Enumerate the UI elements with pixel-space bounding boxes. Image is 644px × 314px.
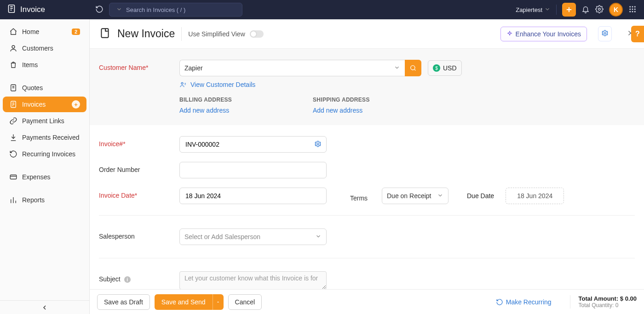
customer-value: Zapier: [184, 64, 203, 72]
view-customer-details-link[interactable]: View Customer Details: [179, 81, 462, 88]
svg-point-3: [629, 6, 631, 7]
invoice-date-input-wrap: [179, 188, 327, 204]
help-tab[interactable]: ?: [631, 26, 644, 42]
make-recurring-label: Make Recurring: [506, 298, 552, 306]
save-as-draft-button[interactable]: Save as Draft: [97, 294, 150, 310]
page-icon: [99, 27, 111, 40]
enhance-label: Enhance Your Invoices: [516, 30, 581, 38]
chevron-down-icon: [437, 192, 443, 200]
due-date-display[interactable]: 18 Jun 2024: [506, 188, 564, 204]
info-icon[interactable]: i: [124, 276, 131, 283]
footer-totals: Total Amount: $ 0.00 Total Quantity: 0: [570, 295, 637, 308]
sidebar-badge: 2: [72, 29, 80, 35]
svg-point-20: [317, 143, 319, 145]
add-billing-address-link[interactable]: Add new address: [179, 107, 229, 114]
chevron-down-icon: [394, 64, 400, 72]
svg-point-8: [634, 8, 636, 10]
help-label: ?: [635, 30, 640, 38]
gear-icon[interactable]: [314, 140, 322, 149]
save-and-send-button[interactable]: Save and Send: [155, 294, 213, 310]
app-brand: Invoice: [6, 4, 90, 16]
terms-value: Due on Receipt: [387, 192, 431, 200]
toggle-switch[interactable]: [250, 30, 264, 38]
app-brand-text: Invoice: [20, 5, 45, 14]
sidebar-item-recurring-invoices[interactable]: Recurring Invoices: [3, 146, 86, 162]
top-nav: Invoice Zapiertest K: [0, 0, 644, 19]
total-amount-label: Total Amount:: [579, 295, 620, 302]
invoice-number-label: Invoice#*: [99, 136, 179, 148]
invoice-date-input[interactable]: [184, 192, 322, 200]
global-search[interactable]: [109, 3, 242, 17]
sidebar-item-label: Home: [22, 28, 67, 35]
sidebar-item-label: Reports: [22, 196, 80, 204]
customer-select[interactable]: Zapier: [179, 60, 405, 76]
sidebar-item-payment-links[interactable]: Payment Links: [3, 113, 86, 129]
svg-point-4: [632, 6, 633, 7]
svg-point-6: [629, 8, 631, 10]
svg-rect-0: [9, 5, 15, 12]
refresh-icon[interactable]: [95, 5, 104, 15]
billing-address-block: BILLING ADDRESS Add new address: [179, 97, 281, 114]
svg-point-11: [634, 11, 636, 12]
chevron-down-icon: [544, 6, 551, 14]
salesperson-select[interactable]: Select or Add Salesperson: [179, 228, 327, 245]
salesperson-label: Salesperson: [99, 228, 179, 240]
form-area: Customer Name* Zapier: [90, 49, 644, 289]
svg-point-10: [632, 11, 633, 12]
add-shipping-address-link[interactable]: Add new address: [313, 107, 362, 114]
save-and-send-split: Save and Send: [155, 294, 224, 310]
sidebar-item-customers[interactable]: Customers: [3, 40, 86, 56]
customer-search-button[interactable]: [405, 60, 421, 76]
nav-separator: [556, 5, 557, 15]
svg-point-12: [12, 46, 15, 48]
svg-point-19: [181, 82, 183, 84]
settings-icon[interactable]: [595, 5, 604, 15]
sidebar-collapse[interactable]: [0, 300, 89, 314]
simplified-view-toggle[interactable]: Use Simplified View: [188, 30, 263, 38]
customer-section: Customer Name* Zapier: [90, 49, 644, 125]
plus-icon[interactable]: +: [72, 100, 80, 108]
chevron-down-icon[interactable]: [116, 6, 122, 14]
sidebar-item-expenses[interactable]: Expenses: [3, 169, 86, 185]
subject-label-text: Subject: [99, 275, 121, 283]
sidebar-item-label: Items: [22, 61, 80, 69]
subject-input[interactable]: [179, 271, 327, 289]
save-and-send-menu-caret[interactable]: [213, 294, 224, 310]
app-grid-icon[interactable]: [628, 5, 637, 15]
save-send-label: Save and Send: [161, 298, 206, 306]
invoice-number-input[interactable]: [184, 140, 311, 148]
shipping-heading: SHIPPING ADDRESS: [313, 97, 414, 103]
invoice-app-icon: [6, 4, 17, 16]
simplified-label: Use Simplified View: [188, 30, 245, 38]
page-title: New Invoice: [117, 28, 175, 40]
org-switcher[interactable]: Zapiertest: [516, 6, 551, 14]
sidebar-item-items[interactable]: Items: [3, 57, 86, 73]
invoice-meta-section: Invoice#* Order Number: [90, 125, 644, 215]
currency-code: USD: [443, 64, 457, 72]
make-recurring-link[interactable]: Make Recurring: [496, 298, 552, 306]
sidebar-item-home[interactable]: Home 2: [3, 24, 86, 40]
svg-point-5: [634, 6, 636, 7]
svg-point-2: [598, 8, 601, 10]
cancel-button[interactable]: Cancel: [228, 294, 262, 310]
sidebar-item-invoices[interactable]: Invoices +: [3, 97, 86, 112]
terms-select[interactable]: Due on Receipt: [382, 188, 448, 204]
salesperson-placeholder: Select or Add Salesperson: [184, 233, 260, 240]
user-avatar[interactable]: K: [609, 3, 623, 17]
chevron-down-icon: [315, 233, 322, 241]
gear-icon[interactable]: [598, 26, 612, 41]
quick-create-button[interactable]: [562, 3, 576, 17]
sidebar-item-label: Payments Received: [22, 134, 80, 141]
sidebar-item-payments-received[interactable]: Payments Received: [3, 130, 86, 145]
sidebar-item-label: Payment Links: [22, 117, 80, 125]
enhance-invoices-button[interactable]: Enhance Your Invoices: [500, 27, 587, 41]
shipping-address-block: SHIPPING ADDRESS Add new address: [313, 97, 414, 114]
global-search-input[interactable]: [125, 6, 238, 14]
org-name: Zapiertest: [516, 6, 542, 13]
currency-chip[interactable]: $ USD: [428, 60, 462, 76]
sidebar-item-quotes[interactable]: Quotes: [3, 80, 86, 96]
order-number-input[interactable]: [184, 166, 322, 174]
sidebar-item-reports[interactable]: Reports: [3, 192, 86, 208]
notifications-icon[interactable]: [581, 5, 590, 15]
svg-point-18: [411, 66, 415, 70]
